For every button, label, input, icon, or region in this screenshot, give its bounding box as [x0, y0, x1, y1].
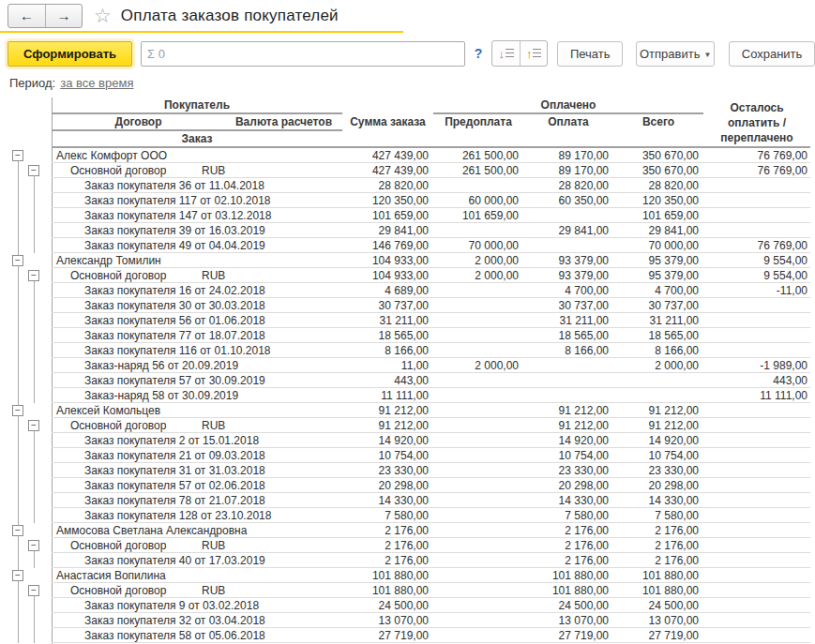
row-label: Заказ покупателя 56 от 01.06.2018: [84, 314, 265, 327]
table-row[interactable]: Заказ покупателя 21 от 09.03.201810 754,…: [0, 448, 815, 463]
tree-line: [18, 223, 19, 238]
collapse-minus-icon[interactable]: −: [12, 405, 23, 416]
table-row[interactable]: −Основной договорRUB427 439,00261 500,00…: [0, 163, 815, 178]
payment-cell: 20 298,00: [523, 478, 613, 493]
payment-cell: 89 170,00: [523, 163, 613, 178]
table-row[interactable]: −Александр Томилин104 933,002 000,0093 3…: [0, 253, 815, 268]
payment-cell: 13 070,00: [523, 613, 613, 628]
tree-gutter: [0, 373, 52, 388]
currency-value: RUB: [202, 539, 225, 552]
payment-cell: 60 350,00: [523, 193, 613, 208]
table-row[interactable]: −Основной договорRUB104 933,002 000,0093…: [0, 268, 815, 283]
list-bars-icon: [533, 49, 541, 58]
order-cell: Заказ-наряд 58 от 30.09.2019: [52, 388, 342, 403]
tree-line: [18, 553, 19, 568]
total-cell: 2 176,00: [613, 553, 703, 568]
table-row[interactable]: −Аммосова Светлана Александровна2 176,00…: [0, 523, 815, 538]
table-row[interactable]: −Основной договорRUB91 212,0091 212,0091…: [0, 418, 815, 433]
favorite-star-icon[interactable]: ☆: [94, 5, 112, 27]
table-row[interactable]: Заказ покупателя 16 от 24.02.20184 689,0…: [0, 283, 815, 298]
header-order: Заказ: [52, 131, 342, 146]
collapse-minus-icon[interactable]: −: [12, 255, 23, 266]
collapse-minus-icon[interactable]: −: [28, 165, 39, 176]
tree-gutter: [0, 343, 52, 358]
expand-groups-button[interactable]: ↓: [492, 41, 520, 66]
remaining-cell: [703, 463, 810, 478]
forward-button[interactable]: →: [45, 5, 82, 27]
table-row[interactable]: Заказ покупателя 147 от 03.12.2018101 65…: [0, 208, 815, 223]
table-row[interactable]: Заказ покупателя 40 от 17.03.20192 176,0…: [0, 553, 815, 568]
collapse-minus-icon[interactable]: −: [12, 525, 23, 536]
order-sum-cell: 104 933,00: [342, 268, 433, 283]
total-cell: 29 841,00: [613, 223, 703, 238]
collapse-minus-icon[interactable]: −: [12, 150, 23, 161]
prepayment-cell: [433, 223, 523, 238]
table-row[interactable]: −Анастасия Вопилина101 880,00101 880,001…: [0, 568, 815, 583]
order-cell: Заказ покупателя 116 от 01.10.2018: [52, 343, 342, 358]
row-label: Заказ покупателя 36 от 11.04.2018: [84, 179, 264, 192]
row-label: Заказ покупателя 40 от 17.03.2019: [84, 554, 265, 567]
collapse-minus-icon[interactable]: −: [28, 540, 39, 551]
table-row[interactable]: Заказ покупателя 9 от 03.02.201824 500,0…: [0, 598, 815, 613]
tree-gutter: [0, 433, 52, 448]
table-row[interactable]: Заказ покупателя 57 от 30.09.2019443,004…: [0, 373, 815, 388]
table-row[interactable]: Заказ покупателя 57 от 02.06.201820 298,…: [0, 478, 815, 493]
generate-button[interactable]: Сформировать: [8, 41, 132, 67]
table-row[interactable]: −Алексей Комольцев91 212,0091 212,0091 2…: [0, 403, 815, 418]
sum-field[interactable]: [141, 41, 465, 67]
tree-line: [34, 178, 35, 193]
remaining-cell: [703, 523, 810, 538]
send-button[interactable]: Отправить▼: [636, 41, 715, 67]
table-row[interactable]: Заказ-наряд 58 от 30.09.201911 111,0011 …: [0, 388, 815, 403]
total-cell: 14 330,00: [613, 493, 703, 508]
prepayment-cell: 60 000,00: [433, 193, 523, 208]
remaining-cell: [703, 613, 810, 628]
collapse-minus-icon[interactable]: −: [28, 270, 39, 281]
help-icon[interactable]: ?: [475, 46, 483, 61]
table-row[interactable]: Заказ покупателя 58 от 05.06.201827 719,…: [0, 628, 815, 643]
table-row[interactable]: Заказ покупателя 49 от 04.04.2019146 769…: [0, 238, 815, 253]
header-currency: Валюта расчетов: [225, 114, 342, 129]
table-row[interactable]: Заказ покупателя 32 от 03.04.201813 070,…: [0, 613, 815, 628]
tree-gutter: [0, 193, 52, 208]
tree-gutter: [0, 553, 52, 568]
table-row[interactable]: Заказ покупателя 2 от 15.01.201814 920,0…: [0, 433, 815, 448]
period-link[interactable]: за все время: [60, 76, 133, 90]
total-cell: 7 580,00: [613, 508, 703, 523]
currency-value: RUB: [202, 419, 225, 432]
customer-cell: Алекс Комфорт ООО: [52, 148, 342, 163]
total-cell: 31 211,00: [613, 313, 703, 328]
collapse-minus-icon[interactable]: −: [12, 570, 23, 581]
table-row[interactable]: Заказ-наряд 56 от 20.09.201911,002 000,0…: [0, 358, 815, 373]
table-row[interactable]: Заказ покупателя 39 от 16.03.201929 841,…: [0, 223, 815, 238]
table-row[interactable]: Заказ покупателя 56 от 01.06.201831 211,…: [0, 313, 815, 328]
table-row[interactable]: Заказ покупателя 36 от 11.04.201828 820,…: [0, 178, 815, 193]
table-row[interactable]: −Алекс Комфорт ООО427 439,00261 500,0089…: [0, 148, 815, 163]
prepayment-cell: [433, 313, 523, 328]
tree-line: [18, 373, 19, 388]
payment-cell: [523, 388, 613, 403]
back-button[interactable]: ←: [8, 5, 45, 27]
table-row[interactable]: Заказ покупателя 78 от 21.07.201814 330,…: [0, 493, 815, 508]
row-label: Основной договор: [70, 419, 166, 432]
table-row[interactable]: Заказ покупателя 116 от 01.10.20188 166,…: [0, 343, 815, 358]
total-cell: 14 920,00: [613, 433, 703, 448]
header-total: Всего: [613, 114, 703, 129]
table-row[interactable]: Заказ покупателя 31 от 31.03.201823 330,…: [0, 463, 815, 478]
table-row[interactable]: −Основной договорRUB101 880,00101 880,00…: [0, 583, 815, 598]
tree-line: [18, 463, 19, 478]
collapse-minus-icon[interactable]: −: [28, 420, 39, 431]
table-row[interactable]: Заказ покупателя 117 от 02.10.2018120 35…: [0, 193, 815, 208]
tree-gutter: [0, 328, 52, 343]
tree-gutter: [0, 298, 52, 313]
save-button[interactable]: Сохранить: [729, 41, 815, 67]
prepayment-cell: [433, 463, 523, 478]
print-button[interactable]: Печать: [557, 41, 623, 67]
collapse-minus-icon[interactable]: −: [28, 585, 39, 596]
table-row[interactable]: −Основной договорRUB2 176,002 176,002 17…: [0, 538, 815, 553]
currency-value: RUB: [202, 584, 225, 597]
collapse-groups-button[interactable]: ↑: [520, 41, 547, 66]
table-row[interactable]: Заказ покупателя 77 от 18.07.201818 565,…: [0, 328, 815, 343]
table-row[interactable]: Заказ покупателя 128 от 23.10.20187 580,…: [0, 508, 815, 523]
table-row[interactable]: Заказ покупателя 30 от 30.03.201830 737,…: [0, 298, 815, 313]
